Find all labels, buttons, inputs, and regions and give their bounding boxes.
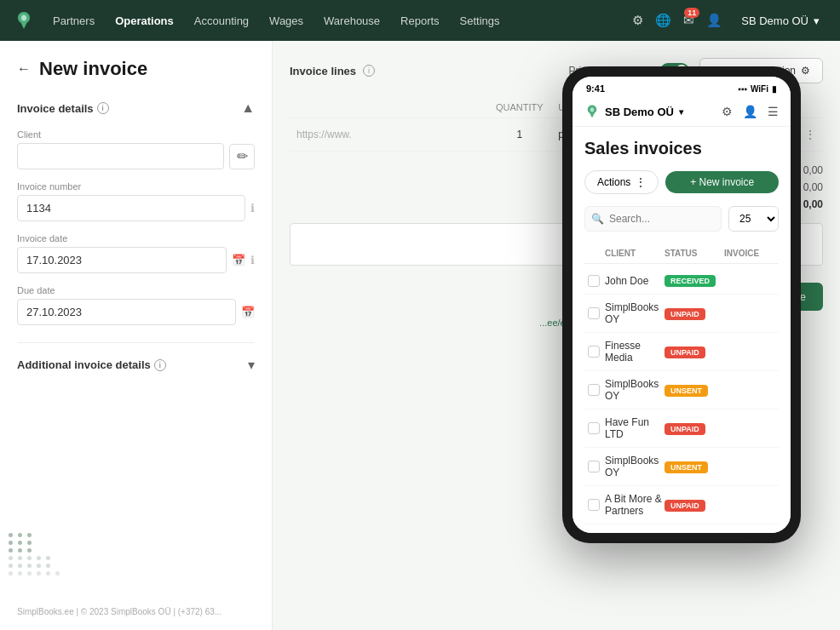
nav-icons: ⚙ 🌐 ✉ 11 👤 SB Demo OÜ ▾ [632,11,826,31]
page-title: New invoice [39,58,147,80]
invoice-details-section-header: Invoice details i ▲ [17,100,255,116]
due-date-label: Due date [17,285,255,295]
svg-point-0 [21,15,26,21]
status-badge: UNPAID [665,423,705,435]
status-badge: RECEIVED [665,275,716,287]
mobile-actions-button[interactable]: Actions ⋮ [584,170,659,194]
invoice-number-input[interactable] [17,195,245,221]
invoice-date-field: Invoice date 📅 ℹ [17,233,255,273]
client-select[interactable] [17,143,224,169]
mobile-nav-icons: ⚙ 👤 ☰ [722,105,779,118]
row-checkbox[interactable] [588,461,600,472]
mobile-search-input[interactable] [584,206,722,232]
footer-text: SimplBooks.ee | © 2023 SimplBooks OÜ | (… [17,607,222,616]
per-page-select[interactable]: 25 50 100 [728,206,779,232]
description-column-header [290,97,487,118]
list-item[interactable]: A Bit More & Partners UNPAID [584,486,779,524]
additional-invoice-details-section: Additional invoice details i ▾ [17,342,255,373]
settings-icon[interactable]: ⚙ [632,13,643,28]
client-field: Client ✏ [17,129,255,169]
main-content: ← New invoice Invoice details i ▲ Client… [0,41,840,630]
invoice-column-header: INVOICE [724,249,775,258]
nav-item-operations[interactable]: Operations [106,9,182,32]
client-name: A Bit More & Partners [605,493,665,517]
notifications-icon[interactable]: ✉ 11 [683,13,694,28]
client-name: SimplBooks OY [605,455,665,478]
additional-info-icon[interactable]: i [154,359,166,371]
mobile-new-invoice-button[interactable]: + New invoice [665,171,779,193]
status-badge: UNPAID [665,346,705,358]
invoice-details-info-icon[interactable]: i [97,102,109,114]
invoice-lines-label: Invoice lines [290,65,356,77]
row-more-options-button[interactable]: ⋮ [804,128,816,141]
mobile-time: 9:41 [586,83,605,94]
nav-item-partners[interactable]: Partners [44,9,103,32]
status-badge: UNSENT [665,461,708,473]
invoice-lines-info-icon[interactable]: i [363,65,375,77]
calendar-icon[interactable]: 📅 [232,254,245,266]
mobile-invoice-list: John Doe RECEIVED SimplBooks OY UNPAID F… [584,267,779,533]
row-checkbox[interactable] [588,422,600,434]
row-checkbox[interactable] [588,346,600,358]
status-badge: UNPAID [665,500,705,512]
invoice-number-icon: ℹ [250,202,255,215]
back-button[interactable]: ← [17,61,31,77]
user-name: SB Demo OÜ [741,14,808,27]
list-item[interactable]: SimplBooks OY UNSENT [584,371,779,410]
client-name: John Doe [605,275,665,287]
user-icon[interactable]: 👤 [706,13,722,28]
quantity-column-header: QUANTITY [487,97,551,118]
mobile-brand-chevron: ▾ [679,107,683,117]
list-item[interactable]: Finesse Media UNPAID [584,333,779,371]
mobile-user-icon[interactable]: 👤 [743,105,757,118]
nav-item-warehouse[interactable]: Warehouse [315,9,388,32]
additional-collapse-button[interactable]: ▾ [248,357,255,373]
notification-badge: 11 [684,8,699,18]
invoice-number-field: Invoice number ℹ [17,181,255,221]
nav-item-settings[interactable]: Settings [452,9,509,32]
mobile-menu-icon[interactable]: ☰ [768,105,779,118]
nav-item-wages[interactable]: Wages [261,9,312,32]
list-item[interactable]: John Doe RECEIVED [584,267,779,295]
invoice-date-input[interactable] [17,247,227,273]
due-date-calendar-icon[interactable]: 📅 [241,306,255,318]
list-item[interactable]: SimplBooks OY UNSENT [584,448,779,486]
list-item[interactable]: Candy Shop LTD RECEIVED [584,524,779,533]
client-edit-button[interactable]: ✏ [229,144,255,169]
row-checkbox[interactable] [588,307,600,319]
globe-icon[interactable]: 🌐 [655,13,671,28]
nav-item-reports[interactable]: Reports [392,9,448,32]
wifi-icon: WiFi [751,84,768,94]
list-item[interactable]: SimplBooks OY UNPAID [584,295,779,333]
client-name: Finesse Media [605,340,665,364]
nav-item-accounting[interactable]: Accounting [186,9,257,32]
battery-icon: ▮ [772,84,777,94]
user-menu-chevron: ▾ [814,14,820,27]
left-panel: ← New invoice Invoice details i ▲ Client… [0,41,273,630]
mobile-brand-name: SB Demo OÜ [605,106,674,118]
user-menu[interactable]: SB Demo OÜ ▾ [734,11,826,31]
mobile-search-row: 🔍 25 50 100 [584,206,779,232]
client-name: SimplBooks OY [605,378,665,402]
right-panel: Invoice lines i Price includes VAT View … [273,41,840,630]
mobile-screen: 9:41 ▪▪▪ WiFi ▮ SB Demo OÜ [572,77,791,533]
mobile-brand[interactable]: SB Demo OÜ ▾ [584,104,683,119]
mobile-settings-icon[interactable]: ⚙ [722,105,733,118]
search-wrapper: 🔍 [584,206,722,232]
page-title-row: ← New invoice [17,58,255,80]
additional-section-title: Additional invoice details i [17,358,166,371]
mobile-status-bar: 9:41 ▪▪▪ WiFi ▮ [572,77,791,97]
list-item[interactable]: Have Fun LTD UNPAID [584,410,779,448]
client-name: Candy Shop LTD [605,531,665,533]
status-badge: UNSENT [665,385,708,397]
top-navigation: Partners Operations Accounting Wages War… [0,0,840,41]
mobile-device-overlay: 9:41 ▪▪▪ WiFi ▮ SB Demo OÜ [562,66,801,543]
app-logo [14,10,34,31]
mobile-table-header: CLIENT STATUS INVOICE [584,243,779,264]
row-checkbox[interactable] [588,384,600,396]
due-date-input[interactable] [17,299,236,325]
collapse-button[interactable]: ▲ [241,100,255,116]
row-checkbox[interactable] [588,499,600,511]
row-checkbox[interactable] [588,275,600,287]
client-label: Client [17,129,255,140]
